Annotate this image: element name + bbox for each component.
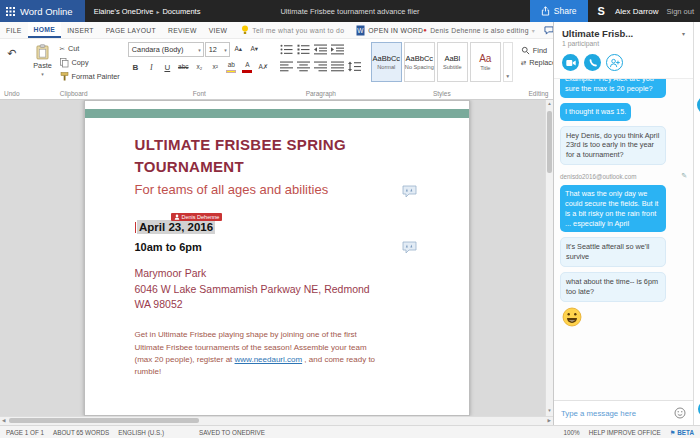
justify-icon (331, 61, 344, 72)
word-doc-icon: W (356, 25, 365, 36)
horizontal-scrollbar[interactable]: ◀ ▶ (0, 416, 553, 426)
style-normal[interactable]: AaBbCcNormal (371, 42, 402, 82)
lightbulb-icon (241, 25, 249, 35)
app-brand[interactable]: Word Online (0, 0, 85, 22)
tell-me-box[interactable]: Tell me what you want to do (241, 22, 344, 38)
chat-title-row[interactable]: Ultimate Frisb... ▾ (562, 28, 685, 39)
emoticon-picker-icon[interactable] (674, 407, 686, 419)
superscript-icon: x² (213, 64, 218, 71)
underline-button[interactable]: U (160, 60, 175, 75)
scrollbar-thumb[interactable] (9, 418, 199, 423)
paste-button[interactable]: Paste ▾ (28, 42, 58, 77)
app-launcher-icon[interactable] (6, 7, 15, 16)
add-participant-button[interactable] (606, 54, 623, 71)
document-title[interactable]: Ultimate Frisbee tournament advance flie… (200, 7, 500, 16)
font-color-button[interactable]: A (240, 60, 255, 75)
strikethrough-button[interactable]: abc (176, 60, 191, 75)
style-subtitle[interactable]: AaBlSubtitle (437, 42, 468, 82)
vertical-scrollbar[interactable]: ▲ ▼ (545, 100, 553, 416)
subscript-button[interactable]: x₂ (192, 60, 207, 75)
video-call-button[interactable] (562, 54, 579, 71)
coauthor-flag[interactable]: Denis Dehenne (171, 213, 223, 221)
cut-button[interactable]: ✂Cut (60, 42, 120, 55)
grow-font-button[interactable]: A▴ (231, 42, 246, 57)
breadcrumb-folder[interactable]: Documents (162, 7, 200, 16)
save-status: SAVED TO ONEDRIVE (199, 429, 265, 436)
zoom-level[interactable]: 100% (564, 429, 580, 436)
chat-input[interactable] (561, 409, 670, 418)
chevron-down-icon: ▾ (682, 30, 685, 37)
numbering-button[interactable] (296, 42, 312, 56)
undo-icon: ↶ (7, 48, 16, 59)
group-label-clipboard: Clipboard (60, 89, 88, 99)
scroll-left-icon[interactable]: ◀ (2, 417, 5, 426)
tab-insert[interactable]: INSERT (61, 22, 100, 38)
replace-button[interactable]: ⇄Replace (521, 58, 553, 67)
font-size-select[interactable]: 12▾ (205, 42, 230, 57)
comment-icon[interactable] (402, 185, 417, 200)
increase-indent-button[interactable] (330, 42, 346, 56)
ribbon-group-undo: ↶ Undo (4, 42, 20, 99)
document-page[interactable]: ULTIMATE FRISBEE SPRINGTOURNAMENT For te… (84, 100, 470, 416)
increase-indent-icon (331, 44, 344, 55)
justify-button[interactable] (330, 59, 346, 73)
ribbon-group-styles: AaBbCcNormal AaBbCcNo Spacing AaBlSubtit… (371, 42, 513, 99)
share-button[interactable]: Share (530, 0, 588, 22)
tab-view[interactable]: VIEW (203, 22, 234, 38)
chat-message: what about the time-- is 6pm too late? (560, 272, 666, 302)
styles-more-button[interactable]: ▼ (503, 42, 513, 82)
grow-font-icon: A▴ (235, 46, 243, 53)
flier-address-line2: WA 98052 (135, 297, 409, 313)
breadcrumb-owner[interactable]: Elaine's OneDrive (94, 7, 154, 16)
word-online-app: Word Online Elaine's OneDrive ▸ Document… (0, 0, 700, 438)
copy-button[interactable]: Copy (60, 56, 120, 69)
tab-page-layout[interactable]: PAGE LAYOUT (100, 22, 162, 38)
align-center-button[interactable] (296, 59, 312, 73)
scrollbar-thumb[interactable] (547, 111, 552, 173)
user-name[interactable]: Alex Darrow (615, 7, 659, 16)
decrease-indent-button[interactable] (313, 42, 329, 56)
align-left-button[interactable] (279, 59, 295, 73)
cut-icon: ✂ (60, 45, 65, 53)
font-name-select[interactable]: Candara (Body)▾ (128, 42, 204, 57)
clear-formatting-button[interactable]: A✗ (256, 60, 271, 75)
scroll-right-icon[interactable]: ▶ (548, 417, 551, 426)
sign-out-link[interactable]: Sign out (666, 7, 694, 16)
flier-link[interactable]: www.needaurl.com (235, 355, 303, 364)
line-spacing-button[interactable] (347, 59, 363, 73)
align-left-icon (280, 61, 293, 72)
top-bar-right: Share S Alex Darrow Sign out (530, 0, 700, 22)
align-right-button[interactable] (313, 59, 329, 73)
open-in-word-button[interactable]: W OPEN IN WORD (356, 22, 423, 38)
style-no-spacing[interactable]: AaBbCcNo Spacing (404, 42, 435, 82)
chat-title: Ultimate Frisb... (562, 28, 633, 39)
format-painter-button[interactable]: Format Painter (60, 70, 120, 83)
tab-review[interactable]: REVIEW (162, 22, 203, 38)
superscript-button[interactable]: x² (208, 60, 223, 75)
beta-toggle[interactable]: ⚑ BETA (670, 429, 694, 436)
tab-file[interactable]: FILE (0, 22, 28, 38)
skype-icon[interactable]: S (596, 5, 607, 17)
scroll-down-icon[interactable]: ▼ (547, 407, 551, 416)
find-button[interactable]: Find (521, 46, 547, 55)
tab-home[interactable]: HOME (28, 22, 62, 38)
edit-pencil-icon: ✎ (681, 172, 687, 180)
comment-icon[interactable] (402, 241, 417, 256)
person-icon (174, 214, 180, 220)
highlight-color-button[interactable]: ab (224, 60, 239, 75)
coauthor-presence[interactable]: ● Denis Dehenne is also editing ▾ (423, 22, 535, 38)
language[interactable]: ENGLISH (U.S.) (118, 429, 164, 436)
undo-button[interactable]: ↶ (4, 46, 19, 61)
italic-button[interactable]: I (144, 60, 159, 75)
style-title[interactable]: AaTitle (470, 42, 501, 82)
paste-icon (36, 44, 49, 60)
voice-call-button[interactable] (584, 54, 601, 71)
format-painter-icon (60, 72, 69, 81)
word-count[interactable]: ABOUT 65 WORDS (53, 429, 109, 436)
bold-button[interactable]: B (128, 60, 143, 75)
chat-message: I thought it was 15. (560, 103, 631, 121)
help-improve-office-link[interactable]: HELP IMPROVE OFFICE (589, 429, 661, 436)
scroll-up-icon[interactable]: ▲ (547, 100, 551, 109)
shrink-font-button[interactable]: A▾ (247, 42, 262, 57)
bullets-button[interactable] (279, 42, 295, 56)
